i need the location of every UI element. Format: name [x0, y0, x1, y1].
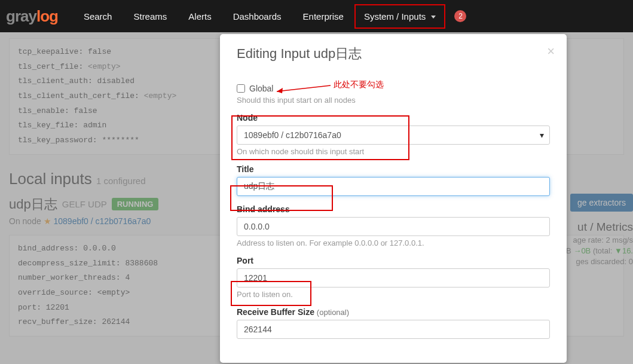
bind-help: Address to listen on. For example 0.0.0.…: [237, 238, 550, 247]
global-label: Global: [249, 84, 273, 93]
notification-badge[interactable]: 2: [454, 10, 466, 22]
node-help: On which node should this input start: [237, 147, 550, 156]
nav-dashboards[interactable]: Dashboards: [222, 11, 292, 22]
port-label: Port: [237, 256, 550, 265]
node-label: Node: [237, 113, 550, 123]
global-help: Should this input start on all nodes: [237, 96, 550, 105]
nav-streams[interactable]: Streams: [123, 11, 178, 22]
nav-alerts[interactable]: Alerts: [178, 11, 222, 22]
navbar: graylog Search Streams Alerts Dashboards…: [0, 0, 633, 32]
global-checkbox[interactable]: [237, 84, 245, 93]
logo[interactable]: graylog: [6, 7, 58, 26]
nav-enterprise[interactable]: Enterprise: [292, 11, 354, 22]
annotation-text: 此处不要勾选: [334, 79, 384, 90]
recv-buffer-label: Receive Buffer Size (optional): [237, 307, 550, 317]
modal-title: Editing Input udp日志: [237, 45, 550, 63]
bind-address-input[interactable]: [237, 217, 550, 236]
nav-system-inputs[interactable]: System / Inputs: [354, 4, 446, 29]
svg-line-0: [277, 85, 331, 91]
close-icon[interactable]: ×: [547, 44, 555, 59]
recv-buffer-input[interactable]: [237, 320, 550, 339]
port-help: Port to listen on.: [237, 290, 550, 299]
title-label: Title: [237, 164, 550, 174]
nav-search[interactable]: Search: [73, 11, 123, 22]
node-select[interactable]: 1089ebf0 / c12b0716a7a0: [237, 126, 550, 145]
arrow-icon: [271, 82, 334, 94]
chevron-down-icon: [431, 16, 436, 19]
bind-address-label: Bind address: [237, 204, 550, 214]
svg-marker-1: [277, 88, 283, 93]
title-input[interactable]: [237, 177, 550, 196]
port-input[interactable]: [237, 268, 550, 287]
